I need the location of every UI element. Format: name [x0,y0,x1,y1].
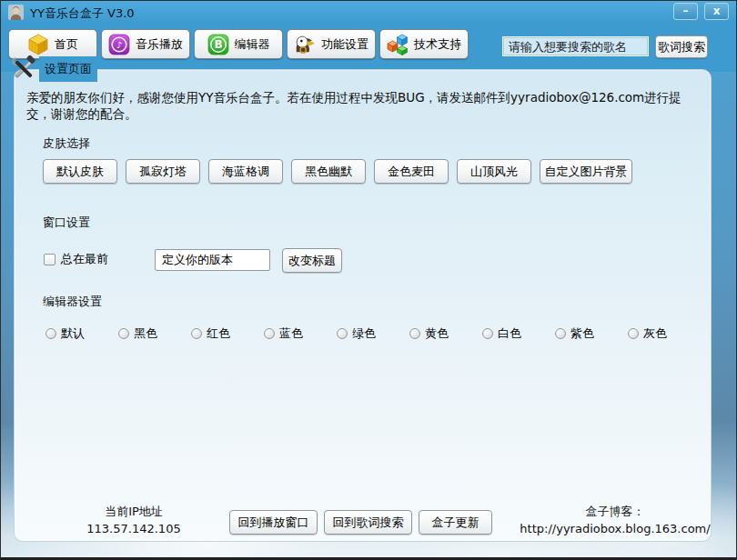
skin-button-black-humor[interactable]: 黑色幽默 [291,159,366,184]
editor-b-icon: B [207,34,229,55]
skin-button-sea-blue[interactable]: 海蓝格调 [208,159,283,184]
skin-button-golden-wheat[interactable]: 金色麦田 [374,159,449,184]
radio-label: 灰色 [643,325,667,342]
radio-circle[interactable] [337,328,348,339]
radio-circle[interactable] [628,328,639,339]
radio-label: 黄色 [425,325,449,342]
radio-option-gray[interactable]: 灰色 [628,325,701,342]
radio-option-blue[interactable]: 蓝色 [264,325,337,342]
lyrics-search-button[interactable]: 歌词搜索 [655,35,708,58]
current-ip-block: 当前IP地址 113.57.142.105 [56,504,211,538]
radio-label: 白色 [498,325,521,342]
radio-circle[interactable] [409,328,420,339]
radio-option-purple[interactable]: 紫色 [555,325,628,342]
app-avatar-icon [8,5,24,20]
radio-circle[interactable] [264,328,275,339]
radio-option-yellow[interactable]: 黄色 [409,325,482,342]
ip-label: 当前IP地址 [56,504,211,521]
tab-settings-label: 功能设置 [321,36,368,53]
tab-home-label: 首页 [55,36,78,53]
radio-option-black[interactable]: 黑色 [118,325,191,342]
skin-section-label: 皮肤选择 [43,135,90,152]
radio-option-default[interactable]: 默认 [45,325,118,342]
tools-icon [10,55,37,83]
radio-circle[interactable] [118,328,129,339]
tab-editor[interactable]: B 编辑器 [194,29,283,59]
radio-label: 绿色 [352,325,376,342]
welcome-message: 亲爱的朋友你们好，感谢您使用YY音乐台盒子。若在使用过程中发现BUG，请发送邮件… [26,90,702,123]
skin-button-custom-background[interactable]: 自定义图片背景 [540,159,632,184]
radio-label: 红色 [207,325,230,342]
skin-button-default[interactable]: 默认皮肤 [43,159,117,184]
title-bar: YY音乐台盒子 V3.0 – x [1,1,736,25]
radio-label: 蓝色 [279,325,303,342]
cubes-icon [387,34,409,55]
radio-circle[interactable] [482,328,493,339]
version-title-input[interactable] [155,249,270,271]
radio-label: 紫色 [570,325,594,342]
radio-circle[interactable] [45,328,56,339]
app-window: YY音乐台盒子 V3.0 – x 首页 [0,0,737,560]
radio-label: 默认 [61,325,85,342]
music-note-icon: ♪ [108,34,130,55]
tab-settings[interactable]: 功能设置 [287,29,376,59]
tab-support-label: 技术支持 [414,36,461,53]
radio-option-green[interactable]: 绿色 [337,325,409,342]
window-section-label: 窗口设置 [43,215,90,231]
skin-button-row: 默认皮肤 孤寂灯塔 海蓝格调 黑色幽默 金色麦田 山顶风光 自定义图片背景 [43,159,632,184]
radio-circle[interactable] [191,328,202,339]
svg-text:B: B [214,38,222,51]
radio-circle[interactable] [555,328,566,339]
home-cube-icon [27,34,49,55]
minimize-button[interactable]: – [673,3,698,20]
checkbox-box[interactable] [44,254,56,265]
settings-group-label: 设置页面 [10,56,97,82]
search-input[interactable] [502,36,649,56]
change-title-button[interactable]: 改变标题 [282,248,342,273]
skin-button-mountain-view[interactable]: 山顶风光 [457,159,531,184]
ip-value: 113.57.142.105 [56,521,211,538]
blog-block: 盒子博客： http://yyradiobox.blog.163.com/ [508,504,722,538]
tab-support[interactable]: 技术支持 [379,29,469,59]
main-toolbar: 首页 ♪ 音乐播放 B 编辑器 [8,29,469,59]
blog-label: 盒子博客： [508,504,722,521]
radio-label: 黑色 [134,325,157,342]
editor-color-radio-group: 默认 黑色 红色 蓝色 绿色 黄色 白色 紫色 [45,325,701,342]
tab-editor-label: 编辑器 [235,36,270,53]
back-to-lyrics-button[interactable]: 回到歌词搜索 [324,510,412,535]
tab-music-player[interactable]: ♪ 音乐播放 [101,29,190,59]
tab-music-player-label: 音乐播放 [136,36,183,53]
skin-button-lighthouse[interactable]: 孤寂灯塔 [126,159,200,184]
blog-url: http://yyradiobox.blog.163.com/ [508,521,722,538]
settings-panel: 亲爱的朋友你们好，感谢您使用YY音乐台盒子。若在使用过程中发现BUG，请发送邮件… [14,69,712,542]
close-button[interactable]: x [704,3,729,20]
editor-section-label: 编辑器设置 [43,294,102,310]
radio-option-red[interactable]: 红色 [191,325,264,342]
svg-text:♪: ♪ [116,39,122,49]
eagle-icon [294,34,316,55]
window-title: YY音乐台盒子 V3.0 [30,5,135,22]
back-to-player-button[interactable]: 回到播放窗口 [229,510,318,535]
radio-option-white[interactable]: 白色 [482,325,555,342]
always-on-top-checkbox[interactable]: 总在最前 [44,251,108,267]
box-update-button[interactable]: 盒子更新 [419,510,492,535]
settings-group-title: 设置页面 [39,56,97,82]
always-on-top-label: 总在最前 [61,251,108,267]
